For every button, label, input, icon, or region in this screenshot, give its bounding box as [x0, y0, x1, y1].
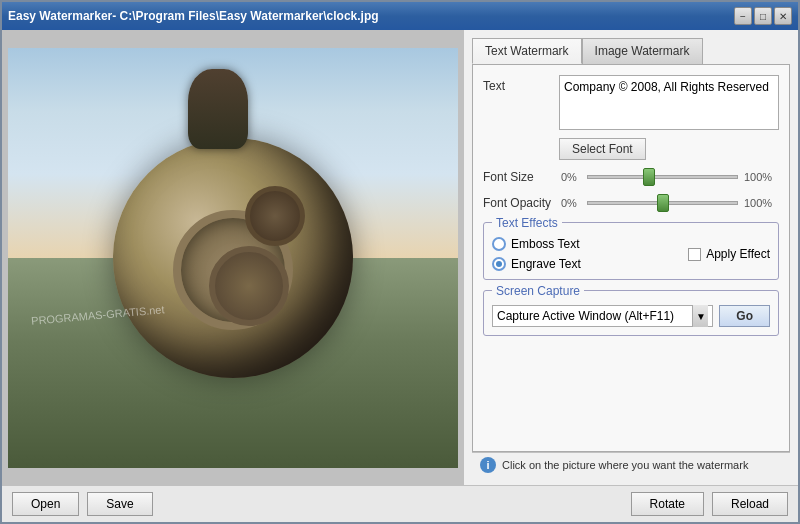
rotate-button[interactable]: Rotate [631, 492, 704, 516]
status-text: Click on the picture where you want the … [502, 459, 748, 471]
gear-2 [209, 246, 289, 326]
minimize-button[interactable]: − [734, 7, 752, 25]
font-size-left: 0% [561, 171, 581, 183]
screen-capture-label: Screen Capture [492, 284, 584, 298]
select-font-button[interactable]: Select Font [559, 138, 646, 160]
figure [188, 69, 248, 149]
font-opacity-left: 0% [561, 197, 581, 209]
apply-effect-checkbox[interactable] [688, 248, 701, 261]
dropdown-arrow-icon[interactable]: ▼ [692, 305, 708, 327]
capture-row: Capture Active Window (Alt+F11) ▼ Go [492, 305, 770, 327]
capture-option-text: Capture Active Window (Alt+F11) [497, 309, 674, 323]
info-icon: i [480, 457, 496, 473]
text-effects-label: Text Effects [492, 216, 562, 230]
bottom-bar: Open Save Rotate Reload [2, 485, 798, 522]
font-opacity-row: Font Opacity 0% 100% [483, 194, 779, 212]
right-panel: Text Watermark Image Watermark Text Sele… [464, 30, 798, 485]
titlebar: Easy Watermarker- C:\Program Files\Easy … [2, 2, 798, 30]
font-opacity-right: 100% [744, 197, 779, 209]
apply-effect-label: Apply Effect [706, 247, 770, 261]
gear-3 [245, 186, 305, 246]
apply-effect-row: Apply Effect [688, 247, 770, 261]
status-bar: i Click on the picture where you want th… [472, 452, 790, 477]
text-label: Text [483, 75, 553, 93]
select-font-row: Select Font [483, 138, 779, 160]
radio-dot [496, 261, 502, 267]
open-button[interactable]: Open [12, 492, 79, 516]
engrave-label: Engrave Text [511, 257, 581, 271]
main-window: Easy Watermarker- C:\Program Files\Easy … [0, 0, 800, 524]
font-size-row: Font Size 0% 100% [483, 168, 779, 186]
maximize-button[interactable]: □ [754, 7, 772, 25]
engrave-row: Engrave Text [492, 257, 581, 271]
capture-dropdown[interactable]: Capture Active Window (Alt+F11) ▼ [492, 305, 713, 327]
window-title: Easy Watermarker- C:\Program Files\Easy … [8, 9, 379, 23]
font-opacity-label: Font Opacity [483, 196, 555, 210]
clock-art: PROGRAMAS-GRATIS.net [8, 48, 458, 468]
font-opacity-track [587, 194, 738, 212]
font-size-track [587, 168, 738, 186]
reload-button[interactable]: Reload [712, 492, 788, 516]
go-button[interactable]: Go [719, 305, 770, 327]
spacer [483, 344, 779, 441]
save-button[interactable]: Save [87, 492, 152, 516]
screen-capture-group: Screen Capture Capture Active Window (Al… [483, 290, 779, 336]
text-input-row: Text [483, 75, 779, 130]
watermark-text-input[interactable] [559, 75, 779, 130]
main-content: PROGRAMAS-GRATIS.net Text Watermark Imag… [2, 30, 798, 485]
image-display[interactable]: PROGRAMAS-GRATIS.net [8, 48, 458, 468]
font-size-slider[interactable] [587, 175, 738, 179]
emboss-radio[interactable] [492, 237, 506, 251]
close-button[interactable]: ✕ [774, 7, 792, 25]
clock-sphere [113, 138, 353, 378]
titlebar-buttons: − □ ✕ [734, 7, 792, 25]
font-size-right: 100% [744, 171, 779, 183]
engrave-radio[interactable] [492, 257, 506, 271]
tab-content: Text Select Font Font Size 0% 100% [472, 64, 790, 452]
tab-image-watermark[interactable]: Image Watermark [582, 38, 703, 64]
image-panel[interactable]: PROGRAMAS-GRATIS.net [2, 30, 464, 485]
emboss-label: Emboss Text [511, 237, 579, 251]
tab-text-watermark[interactable]: Text Watermark [472, 38, 582, 64]
effects-row: Emboss Text Engrave Text Apply [492, 237, 770, 271]
text-effects-group: Text Effects Emboss Text [483, 222, 779, 280]
font-size-label: Font Size [483, 170, 555, 184]
emboss-row: Emboss Text [492, 237, 581, 251]
font-opacity-slider[interactable] [587, 201, 738, 205]
tab-bar: Text Watermark Image Watermark [472, 38, 790, 64]
effects-radios: Emboss Text Engrave Text [492, 237, 581, 271]
